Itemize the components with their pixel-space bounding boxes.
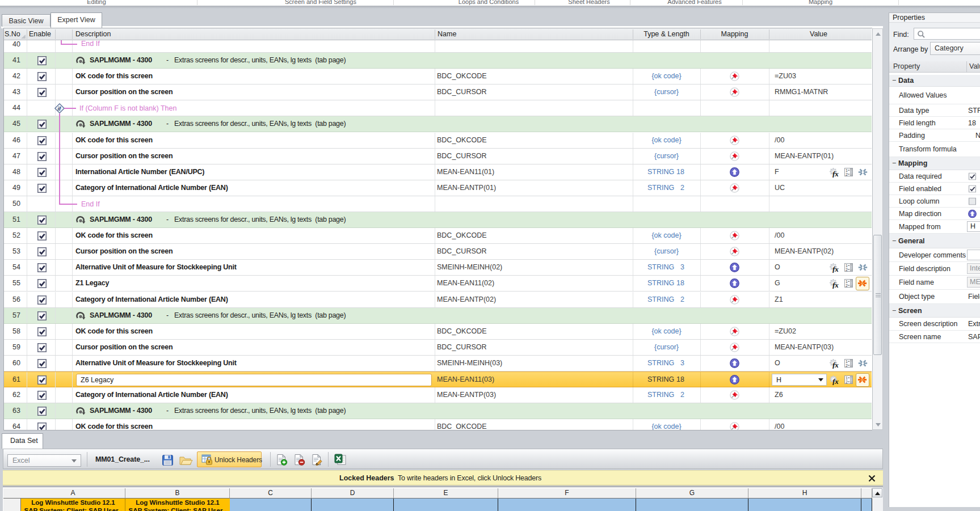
svg-text:2: 2 bbox=[846, 380, 848, 384]
svg-text:2: 2 bbox=[846, 363, 848, 367]
svg-text:fx: fx bbox=[832, 281, 839, 289]
svg-text:fx: fx bbox=[832, 377, 839, 386]
svg-text:A...: A... bbox=[316, 462, 321, 466]
svg-text:fx: fx bbox=[832, 169, 839, 178]
svg-text:2: 2 bbox=[846, 172, 848, 176]
svg-text:2: 2 bbox=[846, 284, 848, 288]
svg-text:fx: fx bbox=[832, 360, 839, 369]
svg-text:fx: fx bbox=[832, 265, 839, 273]
svg-text:2: 2 bbox=[846, 268, 848, 272]
